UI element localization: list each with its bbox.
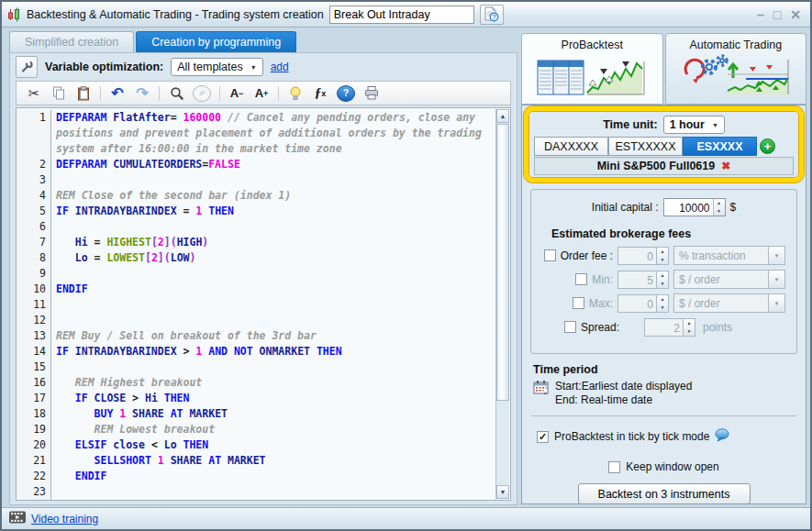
backtest-button[interactable]: Backtest on 3 instruments <box>578 483 751 504</box>
instrument-tab-daxxxxx[interactable]: DAXXXXX <box>534 137 608 156</box>
instrument-tab-estxxxxx[interactable]: ESTXXXXX <box>608 137 683 156</box>
print-icon[interactable] <box>363 84 380 103</box>
code-line[interactable]: 9 <box>17 266 495 282</box>
max-fee-checkbox[interactable] <box>573 297 584 309</box>
add-template-link[interactable]: add <box>271 61 289 73</box>
close-icon[interactable]: ✕ <box>790 8 801 21</box>
code-line[interactable]: 5IF INTRADAYBARINDEX = 1 THEN <box>17 204 495 219</box>
creation-tabs: Simplified creation Creation by programm… <box>9 31 296 52</box>
min-fee-stepper[interactable]: 5 ▲▼ <box>617 271 669 289</box>
order-fee-stepper[interactable]: 0 ▲▼ <box>617 247 669 265</box>
code-line[interactable]: 12 <box>17 313 495 328</box>
decrease-font-icon[interactable]: A− <box>228 84 245 103</box>
initial-capital-value[interactable]: 10000 <box>664 199 713 216</box>
tick-mode-checkbox[interactable]: ✓ <box>537 431 549 443</box>
min-fee-checkbox[interactable] <box>575 273 587 285</box>
speech-bubble-icon[interactable] <box>715 428 729 445</box>
increase-font-icon[interactable]: A+ <box>253 84 270 103</box>
code-line[interactable]: 23 <box>17 484 495 500</box>
chevron-down-icon: ▼ <box>768 271 784 288</box>
minimize-icon[interactable]: – <box>757 8 764 21</box>
code-line[interactable]: 19 REM Lowest breakout <box>17 422 495 437</box>
code-lines: 1DEFPARAM FlatAfter= 160000 // Cancel an… <box>17 110 495 500</box>
tab-probacktest[interactable]: ProBacktest <box>521 33 663 105</box>
initial-capital-stepper[interactable]: 10000 ▲▼ <box>663 198 726 216</box>
maximize-icon[interactable]: □ <box>773 8 781 21</box>
spread-checkbox[interactable] <box>564 321 576 333</box>
tick-mode-row: ✓ ProBacktest in tick by tick mode <box>537 428 729 445</box>
code-line[interactable]: 22 ENDIF <box>17 469 495 484</box>
code-line[interactable]: 6 <box>17 219 495 235</box>
redo-icon[interactable]: ↷ <box>134 84 150 103</box>
spread-stepper[interactable]: 2 ▲▼ <box>644 318 695 337</box>
chevron-down-icon: ▼ <box>768 294 784 312</box>
probacktest-settings: Time unit: 1 hour ▼ DAXXXXXESTXXXXXESXXX… <box>521 105 806 504</box>
order-fee-row: Order fee : 0 ▲▼ % transaction ▼ <box>531 246 785 265</box>
remove-instrument-icon[interactable]: ✖ <box>721 160 730 171</box>
lightbulb-icon[interactable] <box>287 84 304 103</box>
order-fee-unit-dropdown[interactable]: % transaction ▼ <box>673 246 785 265</box>
scroll-down-icon[interactable]: ▼ <box>496 485 509 499</box>
spin-up-icon[interactable]: ▲ <box>714 199 725 207</box>
code-editor[interactable]: 1DEFPARAM FlatAfter= 160000 // Cancel an… <box>16 107 511 501</box>
code-line[interactable]: 13REM Buy / Sell on breakout of the 3rd … <box>17 328 495 344</box>
order-fee-checkbox[interactable] <box>544 249 556 261</box>
scrollbar-thumb[interactable] <box>496 124 509 401</box>
editor-vertical-scrollbar[interactable]: ▲ ▼ <box>495 109 509 499</box>
line-number: 3 <box>17 172 51 188</box>
code-line[interactable]: 11 <box>17 297 495 313</box>
system-name-input[interactable] <box>329 6 474 24</box>
code-line[interactable]: 3 <box>17 172 495 188</box>
min-fee-row: Min: 5 ▲▼ $ / order ▼ <box>531 270 785 289</box>
time-unit-dropdown[interactable]: 1 hour ▼ <box>663 116 725 134</box>
code-line[interactable]: 20 ELSIF close < Lo THEN <box>17 437 495 453</box>
max-fee-stepper[interactable]: 0 ▲▼ <box>617 294 669 313</box>
instrument-tabs: DAXXXXXESTXXXXXESXXXX+ <box>534 137 794 156</box>
templates-dropdown[interactable]: All templates ▼ <box>171 58 263 76</box>
line-number: 11 <box>17 297 51 313</box>
min-fee-unit-dropdown[interactable]: $ / order ▼ <box>673 270 785 289</box>
max-fee-row: Max: 0 ▲▼ $ / order ▼ <box>531 293 785 313</box>
instrument-tab-esxxxx[interactable]: ESXXXX <box>683 137 757 156</box>
code-line[interactable]: 8 Lo = LOWEST[2](LOW) <box>17 250 495 266</box>
line-number: 5 <box>17 204 51 219</box>
code-line[interactable]: 17 IF CLOSE > Hi THEN <box>17 391 495 406</box>
comment-icon[interactable]: // <box>193 85 211 102</box>
code-line[interactable]: 7 Hi = HIGHEST[2](HIGH) <box>17 235 495 250</box>
add-instrument-button[interactable]: + <box>760 138 775 154</box>
tab-creation-by-programming[interactable]: Creation by programming <box>136 31 296 52</box>
undo-icon[interactable]: ↶ <box>109 84 126 103</box>
max-fee-unit-dropdown[interactable]: $ / order ▼ <box>673 293 785 313</box>
code-line[interactable]: 2DEFPARAM CUMULATEORDERS=FALSE <box>17 157 495 172</box>
code-line[interactable]: 4REM Close of the second bar (index 1) <box>17 188 495 204</box>
line-number: 21 <box>17 453 51 469</box>
fees-heading: Estimated brokerage fees <box>551 227 796 240</box>
help-icon[interactable]: ? <box>337 85 355 102</box>
window-controls: – □ ✕ <box>757 8 805 21</box>
code-line[interactable]: 18 BUY 1 SHARE AT MARKET <box>17 406 495 422</box>
copy-icon[interactable] <box>50 84 67 103</box>
cut-icon[interactable]: ✂ <box>26 84 42 103</box>
search-icon[interactable] <box>168 84 184 103</box>
table-chart-icon <box>536 54 648 101</box>
scroll-up-icon[interactable]: ▲ <box>496 109 509 123</box>
tab-automatic-trading[interactable]: Automatic Trading <box>665 33 807 105</box>
video-training-link[interactable]: Video training <box>31 513 98 525</box>
help-document-button[interactable]: ? <box>480 5 504 25</box>
code-line[interactable]: 1DEFPARAM FlatAfter= 160000 // Cancel an… <box>17 110 495 157</box>
fx-function-icon[interactable]: ƒx <box>312 84 328 103</box>
calendar-icon[interactable] <box>533 380 550 398</box>
line-number: 7 <box>17 235 51 250</box>
tab-simplified-creation[interactable]: Simplified creation <box>9 31 134 52</box>
line-number: 15 <box>17 360 51 375</box>
code-line[interactable]: 14IF INTRADAYBARINDEX > 1 AND NOT ONMARK… <box>17 344 495 360</box>
code-line[interactable]: 10ENDIF <box>17 282 495 297</box>
code-line[interactable]: 16 REM Highest breakout <box>17 375 495 391</box>
spin-down-icon[interactable]: ▼ <box>714 207 725 216</box>
wrench-icon[interactable] <box>16 56 38 78</box>
code-line[interactable]: 15 <box>17 360 495 375</box>
automatic-trading-tab-label: Automatic Trading <box>689 39 782 51</box>
paste-icon[interactable] <box>75 84 92 103</box>
code-line[interactable]: 21 SELLSHORT 1 SHARE AT MARKET <box>17 453 495 469</box>
keep-window-checkbox[interactable] <box>608 461 620 473</box>
